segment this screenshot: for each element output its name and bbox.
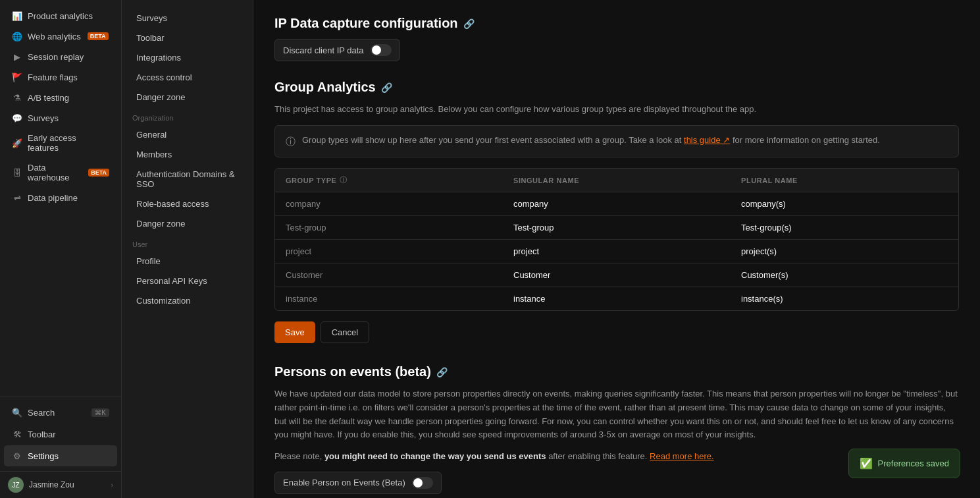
sidebar-label: Surveys bbox=[28, 113, 59, 123]
ip-section-header: IP Data capture configuration 🔗 bbox=[274, 16, 959, 31]
singular-input[interactable] bbox=[513, 294, 720, 304]
read-more-link[interactable]: Read more here. bbox=[650, 451, 714, 461]
table-cell-plural[interactable] bbox=[731, 240, 958, 263]
settings-section-label: User bbox=[122, 234, 253, 251]
info-circle-icon: ⓘ bbox=[340, 175, 348, 185]
group-analytics-section: Group Analytics 🔗 This project has acces… bbox=[274, 80, 959, 343]
pipeline-icon: ⇌ bbox=[12, 192, 22, 203]
singular-input[interactable] bbox=[513, 246, 720, 256]
ip-toggle[interactable] bbox=[371, 44, 392, 56]
table-cell-plural[interactable] bbox=[731, 192, 958, 215]
cancel-button[interactable]: Cancel bbox=[321, 321, 369, 343]
settings-nav-item-personal-api-keys[interactable]: Personal API Keys bbox=[126, 271, 249, 290]
settings-nav-item-integrations[interactable]: Integrations bbox=[126, 48, 249, 67]
globe-icon: 🌐 bbox=[12, 31, 22, 42]
this-guide-link[interactable]: this guide ↗ bbox=[684, 135, 730, 145]
settings-nav-item-general[interactable]: General bbox=[126, 125, 249, 144]
table-row: instance bbox=[275, 287, 958, 310]
persons-section-title: Persons on events (beta) bbox=[274, 364, 431, 379]
singular-input[interactable] bbox=[513, 223, 720, 233]
group-analytics-title: Group Analytics bbox=[274, 80, 376, 95]
settings-nav-item-danger-zone-org[interactable]: Danger zone bbox=[126, 214, 249, 233]
avatar: JZ bbox=[8, 477, 24, 493]
settings-nav-item-surveys[interactable]: Surveys bbox=[126, 9, 249, 28]
info-box-text: Group types will show up here after you … bbox=[302, 134, 880, 147]
sidebar-item-product-analytics[interactable]: 📊 Product analytics bbox=[4, 6, 117, 26]
settings-nav-item-customization[interactable]: Customization bbox=[126, 291, 249, 310]
sidebar-item-surveys[interactable]: 💬 Surveys bbox=[4, 108, 117, 128]
table-cell-plural[interactable] bbox=[731, 216, 958, 239]
col-group-type: GROUP TYPE ⓘ bbox=[275, 169, 503, 192]
group-analytics-info-box: ⓘ Group types will show up here after yo… bbox=[274, 125, 959, 158]
chart-icon: 📊 bbox=[12, 11, 22, 21]
bottom-label: Search bbox=[28, 408, 55, 418]
ip-section-title: IP Data capture configuration bbox=[274, 16, 458, 31]
ip-toggle-row: Discard client IP data bbox=[274, 39, 959, 61]
group-analytics-header: Group Analytics 🔗 bbox=[274, 80, 959, 95]
sidebar-item-early-access[interactable]: 🚀 Early access features bbox=[4, 128, 117, 157]
sidebar-bottom-search[interactable]: 🔍 Search ⌘K bbox=[4, 402, 117, 423]
plural-input[interactable] bbox=[741, 246, 948, 256]
enable-label-box: Enable Person on Events (Beta) bbox=[274, 472, 442, 494]
group-analytics-anchor-icon[interactable]: 🔗 bbox=[381, 82, 392, 93]
table-header: GROUP TYPE ⓘ SINGULAR NAME PLURAL NAME bbox=[275, 169, 958, 192]
settings-nav-item-profile[interactable]: Profile bbox=[126, 252, 249, 271]
ip-anchor-icon[interactable]: 🔗 bbox=[463, 18, 475, 29]
flask-icon: ⚗ bbox=[12, 92, 22, 103]
settings-nav-item-members[interactable]: Members bbox=[126, 145, 249, 164]
table-cell-type: instance bbox=[275, 287, 503, 310]
sidebar-bottom-toolbar[interactable]: 🛠 Toolbar bbox=[4, 424, 117, 445]
settings-nav-item-access-control[interactable]: Access control bbox=[126, 68, 249, 87]
plural-input[interactable] bbox=[741, 199, 948, 209]
table-cell-singular[interactable] bbox=[503, 263, 731, 287]
sidebar-bottom: 🔍 Search ⌘K 🛠 Toolbar ⚙ Settings bbox=[0, 397, 121, 471]
toast-message: Preferences saved bbox=[878, 458, 949, 468]
save-button[interactable]: Save bbox=[274, 321, 315, 343]
table-cell-singular[interactable] bbox=[503, 240, 731, 263]
table-cell-plural[interactable] bbox=[731, 263, 958, 287]
group-analytics-description: This project has access to group analyti… bbox=[274, 103, 959, 116]
table-row: company bbox=[275, 192, 958, 216]
plural-input[interactable] bbox=[741, 294, 948, 304]
singular-input[interactable] bbox=[513, 199, 720, 209]
table-cell-singular[interactable] bbox=[503, 216, 731, 239]
table-cell-plural[interactable] bbox=[731, 287, 958, 310]
preferences-saved-toast: ✅ Preferences saved bbox=[848, 449, 960, 478]
table-cell-singular[interactable] bbox=[503, 192, 731, 215]
settings-nav-item-toolbar[interactable]: Toolbar bbox=[126, 28, 249, 47]
plural-input[interactable] bbox=[741, 270, 948, 280]
sidebar-label: Data pipeline bbox=[28, 193, 78, 203]
settings-nav-item-danger-zone-project[interactable]: Danger zone bbox=[126, 88, 249, 107]
play-icon: ▶ bbox=[12, 51, 22, 62]
sidebar-bottom-settings[interactable]: ⚙ Settings bbox=[4, 445, 117, 466]
sidebar-item-feature-flags[interactable]: 🚩 Feature flags bbox=[4, 67, 117, 87]
bottom-label: Toolbar bbox=[28, 429, 56, 439]
user-row[interactable]: JZ Jasmine Zou › bbox=[0, 471, 121, 498]
persons-description-1: We have updated our data model to store … bbox=[274, 387, 959, 442]
ip-toggle-label-box: Discard client IP data bbox=[274, 39, 400, 61]
settings-icon: ⚙ bbox=[12, 451, 22, 461]
persons-bold-text: you might need to change the way you sen… bbox=[324, 451, 546, 461]
settings-nav-item-auth-domains[interactable]: Authentication Domains & SSO bbox=[126, 165, 249, 194]
sidebar-item-data-warehouse[interactable]: 🗄 Data warehouse BETA bbox=[4, 158, 117, 187]
beta-badge: BETA bbox=[88, 32, 109, 40]
plural-input[interactable] bbox=[741, 223, 948, 233]
sidebar-item-data-pipeline[interactable]: ⇌ Data pipeline bbox=[4, 188, 117, 208]
sidebar-item-ab-testing[interactable]: ⚗ A/B testing bbox=[4, 88, 117, 107]
check-circle-icon: ✅ bbox=[860, 457, 873, 470]
settings-nav-item-role-based-access[interactable]: Role-based access bbox=[126, 194, 249, 213]
sidebar-item-session-replay[interactable]: ▶ Session replay bbox=[4, 47, 117, 67]
singular-input[interactable] bbox=[513, 270, 720, 280]
table-body: company Test-group project Customer bbox=[275, 192, 958, 310]
shortcut-kbd: ⌘K bbox=[91, 408, 109, 417]
persons-anchor-icon[interactable]: 🔗 bbox=[436, 367, 448, 377]
settings-nav: SurveysToolbarIntegrationsAccess control… bbox=[122, 0, 253, 498]
save-cancel-row: Save Cancel bbox=[274, 321, 959, 343]
info-icon: ⓘ bbox=[286, 134, 296, 150]
sidebar-label: A/B testing bbox=[28, 93, 69, 103]
sidebar-item-web-analytics[interactable]: 🌐 Web analytics BETA bbox=[4, 26, 117, 46]
bottom-label: Settings bbox=[28, 451, 59, 461]
table-cell-singular[interactable] bbox=[503, 287, 731, 310]
enable-persons-toggle[interactable] bbox=[412, 477, 433, 489]
warehouse-icon: 🗄 bbox=[12, 167, 22, 178]
